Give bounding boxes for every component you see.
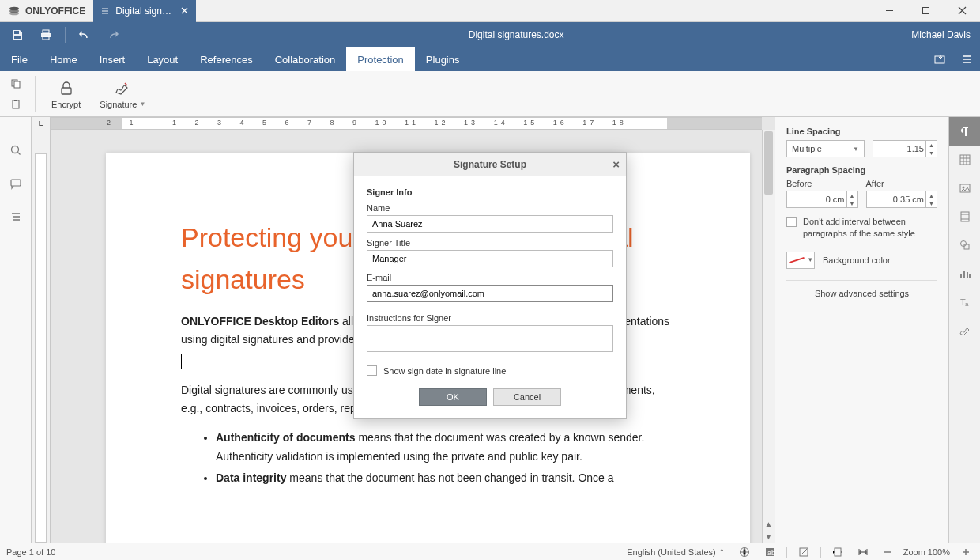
undo-button[interactable]: [72, 22, 97, 47]
svg-rect-17: [960, 155, 970, 165]
ruler-corner: L: [32, 117, 51, 130]
fit-page-icon[interactable]: [829, 547, 846, 558]
copy-button[interactable]: [6, 76, 25, 92]
close-icon[interactable]: [181, 7, 188, 14]
ok-button[interactable]: OK: [419, 388, 487, 406]
view-settings-button[interactable]: [953, 47, 980, 71]
document-tab[interactable]: Digital signatur...: [93, 0, 196, 22]
svg-rect-5: [14, 36, 21, 39]
table-icon[interactable]: [949, 146, 980, 174]
para-spacing-title: Paragraph Spacing: [786, 165, 937, 175]
textart-icon[interactable]: Ta: [949, 288, 980, 316]
instructions-field[interactable]: [367, 325, 613, 352]
tab-layout[interactable]: Layout: [136, 47, 189, 71]
track-changes-icon[interactable]: ab: [761, 547, 778, 558]
paragraph-settings-panel: Line Spacing Multiple▼ 1.15▲▼ Paragraph …: [775, 117, 948, 543]
dialog-title-bar[interactable]: Signature Setup ×: [354, 153, 626, 176]
paste-button[interactable]: [6, 96, 25, 112]
scroll-down-icon[interactable]: ▼: [763, 530, 775, 543]
svg-text:a: a: [965, 301, 969, 308]
headings-icon[interactable]: [6, 207, 25, 226]
line-spacing-title: Line Spacing: [786, 127, 937, 136]
signature-icon: [114, 79, 131, 98]
search-icon[interactable]: [6, 141, 25, 160]
app-logo: ONLYOFFICE: [0, 5, 93, 17]
maximize-button[interactable]: [907, 0, 944, 22]
svg-rect-3: [922, 8, 929, 14]
spellcheck-icon[interactable]: [736, 547, 753, 558]
email-field[interactable]: [367, 285, 613, 302]
tab-protection[interactable]: Protection: [346, 47, 415, 71]
fit-width-icon[interactable]: [854, 547, 872, 558]
tab-plugins[interactable]: Plugins: [415, 47, 471, 71]
signature-button[interactable]: Signature▼: [92, 74, 153, 115]
svg-point-19: [962, 187, 964, 189]
tab-references[interactable]: References: [189, 47, 263, 71]
tab-home[interactable]: Home: [39, 47, 89, 71]
close-window-button[interactable]: [944, 0, 980, 22]
vertical-scrollbar[interactable]: ▲ ▼: [762, 130, 775, 543]
name-field[interactable]: [367, 215, 613, 233]
zoom-in-button[interactable]: [958, 547, 974, 557]
doc-view-icon[interactable]: [795, 547, 812, 558]
signer-info-label: Signer Info: [367, 187, 613, 197]
zoom-out-button[interactable]: [880, 547, 895, 557]
chart-icon[interactable]: [949, 259, 980, 288]
signer-title-field[interactable]: [367, 250, 613, 267]
svg-rect-12: [13, 100, 19, 108]
scroll-up-icon[interactable]: ▲: [763, 517, 775, 530]
line-spacing-mode-select[interactable]: Multiple▼: [786, 140, 865, 157]
image-icon[interactable]: [949, 174, 980, 202]
tab-insert[interactable]: Insert: [89, 47, 137, 71]
tab-collaboration[interactable]: Collaboration: [264, 47, 347, 71]
page-status[interactable]: Page 1 of 10: [6, 547, 55, 557]
open-location-button[interactable]: [926, 47, 953, 71]
zoom-level[interactable]: Zoom 100%: [903, 547, 950, 557]
show-date-checkbox[interactable]: Show sign date in signature line: [367, 365, 613, 376]
comments-icon[interactable]: [6, 174, 25, 193]
doc-list: Authenticity of documents means that the…: [216, 429, 675, 488]
chevron-down-icon: ▼: [853, 146, 859, 153]
spacing-before-input[interactable]: 0 cm▲▼: [786, 191, 858, 208]
language-selector[interactable]: English (United States) ⌃: [624, 547, 728, 557]
svg-rect-22: [964, 244, 969, 249]
dialog-title: Signature Setup: [454, 159, 526, 170]
tab-file[interactable]: File: [0, 47, 39, 71]
onlyoffice-icon: [8, 5, 21, 17]
print-button[interactable]: [33, 22, 58, 47]
name-label: Name: [367, 203, 613, 213]
line-spacing-value-input[interactable]: 1.15▲▼: [873, 140, 937, 157]
text-cursor: [181, 354, 182, 369]
shape-icon[interactable]: [949, 231, 980, 259]
encrypt-label: Encrypt: [51, 100, 81, 109]
checkbox-icon: [367, 365, 377, 376]
ribbon: Encrypt Signature▼: [0, 71, 980, 117]
svg-rect-11: [14, 81, 20, 88]
signature-setup-dialog: Signature Setup × Signer Info Name Signe…: [353, 152, 627, 419]
cancel-button[interactable]: Cancel: [493, 388, 561, 406]
left-sidebar: [0, 117, 32, 543]
advanced-settings-link[interactable]: Show advanced settings: [786, 289, 937, 298]
scrollbar-thumb[interactable]: [764, 131, 773, 195]
save-button[interactable]: [5, 22, 30, 47]
checkbox-icon: [786, 217, 797, 227]
paragraph-icon[interactable]: [949, 117, 980, 146]
signature-label: Signature: [100, 100, 137, 109]
redo-button[interactable]: [100, 22, 126, 47]
header-footer-icon[interactable]: [949, 202, 980, 231]
bg-color-label: Background color: [823, 255, 891, 265]
app-name: ONLYOFFICE: [25, 6, 85, 17]
svg-text:ab: ab: [767, 549, 775, 557]
user-name[interactable]: Michael Davis: [902, 29, 980, 40]
svg-rect-29: [835, 548, 841, 556]
background-color-picker[interactable]: [786, 252, 815, 269]
svg-point-2: [9, 11, 19, 15]
spacing-after-input[interactable]: 0.35 cm▲▼: [866, 191, 938, 208]
vertical-ruler[interactable]: [32, 130, 51, 543]
svg-rect-6: [43, 30, 49, 33]
signature-panel-icon[interactable]: [949, 316, 980, 345]
close-icon[interactable]: ×: [612, 157, 620, 171]
minimize-button[interactable]: [871, 0, 907, 22]
encrypt-button[interactable]: Encrypt: [43, 74, 89, 115]
no-interval-checkbox[interactable]: Don't add interval between paragraphs of…: [786, 216, 937, 240]
